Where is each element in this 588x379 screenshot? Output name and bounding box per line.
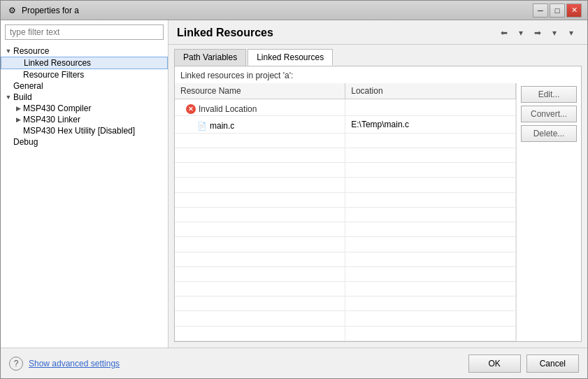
main-window: ⚙ Properties for a ─ □ ✕ ▼ Resource Link…: [0, 0, 588, 379]
sidebar-item-debug[interactable]: Debug: [1, 136, 168, 148]
expand-arrow: ▼: [3, 92, 13, 102]
table-row-empty: [175, 326, 516, 341]
expand-arrow: [13, 70, 23, 80]
sidebar-item-msp430-hex[interactable]: MSP430 Hex Utility [Disabled]: [1, 125, 168, 136]
table-row-empty: [175, 266, 516, 281]
expand-arrow: [3, 81, 13, 91]
table-row[interactable]: 📄 main.c E:\Temp\main.c: [175, 116, 516, 133]
right-header: Linked Resources ⬅ ▾ ➡ ▾ ▾: [168, 20, 587, 45]
resource-name-cell: 📄 main.c: [175, 116, 345, 133]
expand-arrow: [3, 137, 13, 147]
sidebar-item-linked-resources[interactable]: Linked Resources: [1, 57, 168, 69]
sidebar-item-label: MSP430 Linker: [23, 115, 80, 124]
sidebar-item-general[interactable]: General: [1, 80, 168, 92]
table-row-empty: [175, 207, 516, 222]
table-row-empty: [175, 163, 516, 178]
sidebar-item-label: Resource Filters: [23, 70, 84, 80]
tab-path-variables[interactable]: Path Variables: [174, 49, 246, 66]
table-row-empty: [175, 237, 516, 252]
tree-area: ▼ Resource Linked Resources Resource Fil…: [1, 44, 168, 348]
nav-buttons: ⬅ ▾ ➡ ▾ ▾: [496, 26, 579, 40]
table-row-empty: [175, 252, 516, 266]
main-content: Linked resources in project 'a': Resourc…: [174, 66, 582, 342]
nav-back-button[interactable]: ⬅: [496, 26, 512, 40]
table-row-empty: [175, 192, 516, 207]
help-icon[interactable]: ?: [9, 357, 23, 371]
filter-input[interactable]: [5, 24, 164, 40]
nav-menu-button[interactable]: ▾: [564, 26, 579, 40]
expand-arrow: [13, 126, 23, 136]
table-container: Resource Name Location: [175, 83, 516, 341]
nav-dropdown-back[interactable]: ▾: [513, 26, 529, 40]
panel-title: Linked Resources: [177, 27, 496, 39]
sidebar-item-label: Debug: [13, 137, 38, 147]
table-row-empty: [175, 311, 516, 326]
advanced-settings-link[interactable]: Show advanced settings: [29, 359, 120, 369]
nav-dropdown-forward[interactable]: ▾: [547, 26, 562, 40]
table-row-empty: [175, 148, 516, 163]
table-row-empty: [175, 282, 516, 296]
tab-bar: Path Variables Linked Resources: [168, 45, 587, 66]
content-area: ▼ Resource Linked Resources Resource Fil…: [1, 20, 587, 348]
expand-arrow: [14, 58, 24, 68]
sidebar-item-label: Resource: [13, 46, 49, 56]
resource-table: Resource Name Location: [175, 83, 516, 341]
sidebar-item-label: General: [13, 81, 43, 91]
col-header-location: Location: [345, 83, 516, 99]
col-header-name: Resource Name: [175, 83, 345, 99]
resource-name: main.c: [210, 121, 234, 131]
delete-button[interactable]: Delete...: [521, 125, 577, 142]
sidebar-item-label: MSP430 Compiler: [23, 103, 91, 113]
minimize-button[interactable]: ─: [533, 3, 548, 17]
resource-location-cell: [345, 99, 516, 116]
expand-arrow: ▶: [13, 115, 23, 124]
ok-button[interactable]: OK: [468, 355, 521, 373]
resource-location-cell: E:\Temp\main.c: [345, 116, 516, 133]
action-buttons: Edit... Convert... Delete...: [516, 83, 581, 341]
title-bar-buttons: ─ □ ✕: [533, 3, 582, 17]
maximize-button[interactable]: □: [550, 3, 565, 17]
sidebar-item-label: Build: [13, 92, 32, 102]
table-row[interactable]: ✕ Invalid Location: [175, 99, 516, 116]
bottom-right-buttons: OK Cancel: [468, 355, 579, 373]
sidebar-item-build[interactable]: ▼ Build: [1, 92, 168, 103]
table-row-empty: [175, 133, 516, 148]
table-row-empty: [175, 296, 516, 311]
section-label: Linked resources in project 'a':: [175, 66, 581, 83]
expand-arrow: ▼: [3, 46, 13, 56]
file-icon: 📄: [197, 122, 207, 131]
sidebar-item-resource[interactable]: ▼ Resource: [1, 45, 168, 57]
right-panel: Linked Resources ⬅ ▾ ➡ ▾ ▾ Path Variable…: [168, 20, 587, 348]
table-action-area: Resource Name Location: [175, 83, 581, 341]
bottom-bar: ? Show advanced settings OK Cancel: [1, 348, 587, 378]
window-title: Properties for a: [22, 6, 533, 15]
sidebar-item-label: Linked Resources: [24, 58, 91, 68]
nav-forward-button[interactable]: ➡: [530, 26, 545, 40]
table-row-empty: [175, 222, 516, 237]
close-button[interactable]: ✕: [566, 3, 582, 17]
expand-arrow: ▶: [13, 103, 23, 113]
sidebar-item-resource-filters[interactable]: Resource Filters: [1, 69, 168, 80]
sidebar-item-msp430-linker[interactable]: ▶ MSP430 Linker: [1, 114, 168, 125]
sidebar: ▼ Resource Linked Resources Resource Fil…: [1, 20, 168, 348]
convert-button[interactable]: Convert...: [521, 106, 577, 122]
window-icon: ⚙: [6, 5, 17, 16]
title-bar: ⚙ Properties for a ─ □ ✕: [1, 1, 587, 20]
sidebar-item-label: MSP430 Hex Utility [Disabled]: [23, 126, 135, 136]
table-row-empty: [175, 178, 516, 192]
edit-button[interactable]: Edit...: [521, 86, 577, 103]
cancel-button[interactable]: Cancel: [526, 355, 579, 373]
resource-name-cell: ✕ Invalid Location: [175, 99, 345, 116]
sidebar-item-msp430-compiler[interactable]: ▶ MSP430 Compiler: [1, 103, 168, 114]
invalid-icon: ✕: [186, 104, 196, 114]
resource-name: Invalid Location: [199, 104, 257, 114]
tab-linked-resources[interactable]: Linked Resources: [248, 49, 333, 66]
